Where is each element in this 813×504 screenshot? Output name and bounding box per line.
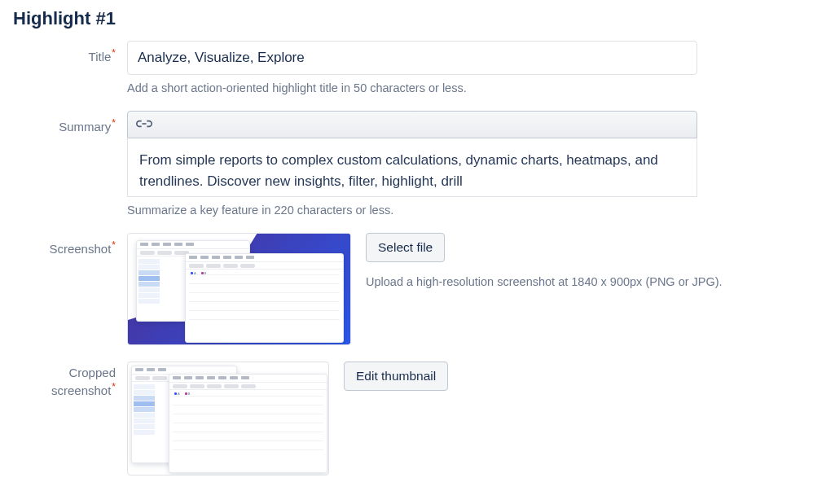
section-heading: Highlight #1 [13, 8, 800, 29]
required-marker: * [112, 381, 116, 392]
cropped-screenshot-label: Cropped screenshot* [13, 362, 127, 398]
title-help-text: Add a short action-oriented highlight ti… [127, 81, 800, 94]
link-icon[interactable] [136, 117, 152, 132]
title-input[interactable] [127, 41, 697, 75]
required-marker: * [112, 117, 116, 129]
summary-help-text: Summarize a key feature in 220 character… [127, 204, 800, 217]
title-label: Title* [13, 41, 127, 65]
summary-toolbar [127, 111, 697, 138]
screenshot-label: Screenshot* [13, 233, 127, 257]
title-row: Title* Add a short action-oriented highl… [13, 41, 800, 94]
screenshot-thumbnail[interactable]: AB [127, 233, 351, 345]
cropped-screenshot-row: Cropped screenshot* AB [13, 362, 800, 476]
screenshot-help-text: Upload a high-resolution screenshot at 1… [366, 275, 800, 288]
select-file-button[interactable]: Select file [366, 233, 445, 262]
cropped-thumbnail[interactable]: AB [127, 362, 329, 476]
summary-row: Summary* From simple reports to complex … [13, 111, 800, 217]
edit-thumbnail-button[interactable]: Edit thumbnail [344, 362, 448, 391]
summary-editor: From simple reports to complex custom ca… [127, 111, 697, 197]
summary-textarea[interactable]: From simple reports to complex custom ca… [127, 138, 697, 197]
required-marker: * [112, 239, 116, 251]
summary-label: Summary* [13, 111, 127, 135]
required-marker: * [112, 47, 116, 59]
screenshot-row: Screenshot* AB [13, 233, 800, 345]
